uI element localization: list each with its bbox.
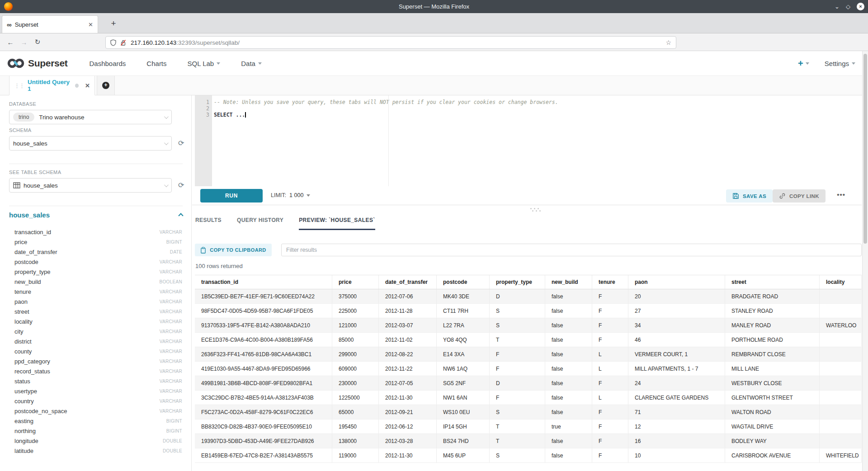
table-cell: 2012-07-05 — [379, 376, 437, 390]
filter-results-input[interactable] — [281, 244, 862, 256]
schema-column-row[interactable]: countyVARCHAR — [0, 346, 191, 356]
run-button[interactable]: RUN — [200, 189, 263, 203]
query-tab[interactable]: ⋮⋮ Untitled Query 1 ✕ — [9, 76, 95, 95]
schema-column-row[interactable]: northingBIGINT — [0, 426, 191, 436]
bookmark-star-icon[interactable]: ☆ — [665, 39, 671, 46]
table-cell: 609000 — [332, 362, 379, 376]
schema-column-row[interactable]: property_typeVARCHAR — [0, 267, 191, 277]
refresh-tables-icon[interactable]: ⟳ — [178, 181, 184, 189]
table-cell: MILL APARTMENTS, 1 - 7 — [628, 362, 725, 376]
schema-column-row[interactable]: localityVARCHAR — [0, 316, 191, 326]
schema-column-row[interactable]: cityVARCHAR — [0, 326, 191, 336]
back-icon[interactable]: ← — [4, 38, 17, 46]
column-header-transaction_id[interactable]: transaction_id — [195, 275, 332, 289]
table-cell — [820, 347, 862, 361]
tab-close-icon[interactable]: ✕ — [88, 21, 93, 28]
results-tab-2[interactable]: PREVIEW: `HOUSE_SALES` — [299, 217, 375, 230]
chevron-down-icon — [164, 114, 169, 119]
column-type: VARCHAR — [160, 349, 182, 354]
table-cell: NW1 6AN — [437, 391, 490, 405]
more-options-button[interactable]: ••• — [837, 191, 845, 198]
add-query-tab-button[interactable]: + — [97, 76, 115, 95]
schema-column-row[interactable]: longitudeDOUBLE — [0, 436, 191, 446]
schema-column-row[interactable]: postcodeVARCHAR — [0, 257, 191, 267]
column-header-date_of_transfer[interactable]: date_of_transfer — [379, 275, 437, 289]
schema-column-row[interactable]: record_statusVARCHAR — [0, 366, 191, 376]
schema-column-row[interactable]: tenureVARCHAR — [0, 287, 191, 297]
column-name: property_type — [14, 268, 160, 275]
column-header-price[interactable]: price — [332, 275, 379, 289]
column-header-street[interactable]: street — [725, 275, 820, 289]
table-cell: 138000 — [332, 434, 379, 448]
results-tab-1[interactable]: QUERY HISTORY — [237, 217, 283, 230]
column-header-paon[interactable]: paon — [628, 275, 725, 289]
schema-column-row[interactable]: usertypeVARCHAR — [0, 386, 191, 396]
pane-resize-handle[interactable] — [530, 208, 542, 212]
insecure-lock-icon[interactable] — [120, 39, 126, 46]
copy-link-button[interactable]: COPY LINK — [773, 189, 826, 203]
drag-handle-icon[interactable]: ⋮⋮ — [14, 82, 24, 89]
column-header-tenure[interactable]: tenure — [592, 275, 628, 289]
schema-column-row[interactable]: priceBIGINT — [0, 237, 191, 247]
reload-icon[interactable]: ↻ — [31, 38, 44, 46]
database-value: Trino warehouse — [39, 114, 84, 121]
settings-menu[interactable]: Settings — [825, 60, 855, 67]
schema-column-row[interactable]: ppd_categoryVARCHAR — [0, 356, 191, 366]
schema-column-row[interactable]: postcode_no_spaceVARCHAR — [0, 406, 191, 416]
column-header-locality[interactable]: locality — [820, 275, 862, 289]
schema-column-row[interactable]: countryVARCHAR — [0, 396, 191, 406]
column-header-property_type[interactable]: property_type — [490, 275, 545, 289]
collapse-chevron-icon[interactable] — [178, 213, 183, 218]
window-minimize-button[interactable]: ⌄ — [835, 3, 840, 10]
window-close-button[interactable]: × — [857, 3, 864, 10]
limit-value: 1 000 — [289, 192, 303, 198]
schema-column-row[interactable]: eastingBIGINT — [0, 416, 191, 426]
column-type: VARCHAR — [160, 409, 182, 414]
table-cell: 20 — [628, 289, 725, 303]
query-tab-close-icon[interactable]: ✕ — [85, 82, 90, 89]
table-select[interactable]: house_sales — [9, 178, 172, 193]
schema-column-row[interactable]: districtVARCHAR — [0, 336, 191, 346]
column-list: transaction_idVARCHARpriceBIGINTdate_of_… — [0, 227, 191, 456]
browser-tab[interactable]: ∞ Superset ✕ — [2, 15, 98, 33]
nav-item-charts[interactable]: Charts — [146, 60, 166, 67]
add-new-button[interactable]: + — [798, 58, 809, 69]
schema-select[interactable]: house_sales — [9, 136, 172, 151]
shield-icon[interactable] — [110, 39, 116, 46]
schema-column-row[interactable]: streetVARCHAR — [0, 306, 191, 316]
scrollbar-thumb[interactable] — [863, 54, 867, 244]
nav-item-dashboards[interactable]: Dashboards — [89, 60, 126, 67]
url-bar[interactable]: 217.160.120.143:32393/superset/sqllab/ ☆ — [105, 36, 676, 49]
gutter-line-number: 3 — [195, 112, 209, 118]
window-titlebar[interactable]: Superset — Mozilla Firefox ⌄ ◇ × — [0, 0, 868, 13]
limit-control[interactable]: LIMIT: 1 000 — [271, 192, 310, 198]
table-cell: false — [545, 405, 592, 419]
table-cell: false — [545, 391, 592, 405]
table-schema-heading[interactable]: house_sales — [9, 211, 50, 219]
schema-column-row[interactable]: date_of_transferDATE — [0, 247, 191, 257]
schema-column-row[interactable]: transaction_idVARCHAR — [0, 227, 191, 237]
nav-item-data[interactable]: Data — [241, 60, 262, 67]
window-maximize-button[interactable]: ◇ — [846, 3, 850, 10]
schema-column-row[interactable]: latitudeDOUBLE — [0, 446, 191, 456]
nav-item-sql-lab[interactable]: SQL Lab — [188, 60, 221, 67]
schema-column-row[interactable]: new_buildBOOLEAN — [0, 277, 191, 287]
schema-column-row[interactable]: statusVARCHAR — [0, 376, 191, 386]
schema-column-row[interactable]: paonVARCHAR — [0, 297, 191, 306]
new-tab-button[interactable]: + — [107, 18, 120, 30]
database-select[interactable]: trino Trino warehouse — [9, 110, 172, 124]
superset-logo[interactable]: Superset — [6, 57, 67, 70]
window-scrollbar[interactable] — [862, 51, 868, 471]
table-cell: 34 — [628, 318, 725, 332]
results-tab-0[interactable]: RESULTS — [195, 217, 222, 230]
table-cell: 2012-11-22 — [379, 362, 437, 376]
copy-to-clipboard-button[interactable]: COPY TO CLIPBOARD — [195, 244, 272, 256]
save-as-button[interactable]: SAVE AS — [726, 189, 773, 203]
sql-code-editor[interactable]: 123 -- Note: Unless you save your query,… — [195, 95, 862, 186]
forward-icon[interactable]: → — [17, 38, 31, 46]
column-header-postcode[interactable]: postcode — [437, 275, 490, 289]
table-cell: 2012-11-28 — [379, 304, 437, 318]
column-name: date_of_transfer — [14, 249, 170, 255]
refresh-schemas-icon[interactable]: ⟳ — [178, 139, 184, 147]
column-header-new_build[interactable]: new_build — [545, 275, 592, 289]
